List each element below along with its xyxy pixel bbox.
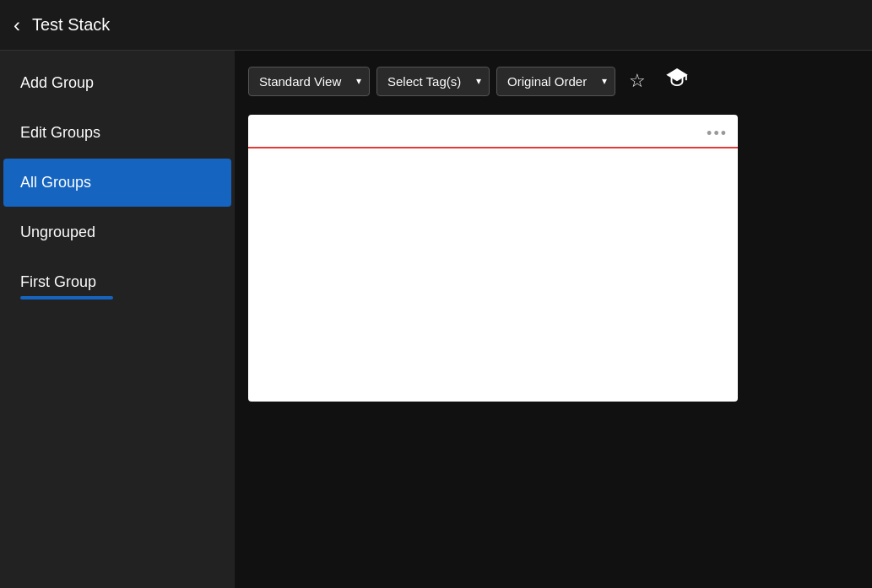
content-area: Standard View List View Grid View Select… xyxy=(235,51,872,588)
card-red-line xyxy=(248,147,738,148)
sidebar-item-ungrouped[interactable]: Ungrouped xyxy=(3,208,231,256)
back-button[interactable]: ‹ xyxy=(14,13,20,37)
card-menu-button[interactable]: ••• xyxy=(707,125,728,143)
card: ••• xyxy=(248,115,738,402)
view-select-wrapper[interactable]: Standard View List View Grid View xyxy=(248,67,370,96)
sidebar: Add Group Edit Groups All Groups Ungroup… xyxy=(0,51,235,588)
svg-marker-0 xyxy=(668,69,686,80)
star-button[interactable]: ☆ xyxy=(622,67,653,95)
learn-icon xyxy=(666,67,688,94)
toolbar: Standard View List View Grid View Select… xyxy=(248,64,858,98)
order-select[interactable]: Original Order Alphabetical Date Added xyxy=(496,67,615,96)
tag-select-wrapper[interactable]: Select Tag(s) Tag 1 Tag 2 xyxy=(376,67,490,96)
sidebar-item-edit-groups[interactable]: Edit Groups xyxy=(3,109,231,157)
main-layout: Add Group Edit Groups All Groups Ungroup… xyxy=(0,51,872,588)
star-icon: ☆ xyxy=(629,70,646,92)
tag-select[interactable]: Select Tag(s) Tag 1 Tag 2 xyxy=(376,67,490,96)
order-select-wrapper[interactable]: Original Order Alphabetical Date Added xyxy=(496,67,615,96)
view-select[interactable]: Standard View List View Grid View xyxy=(248,67,370,96)
learn-button[interactable] xyxy=(659,64,695,98)
header-title: Test Stack xyxy=(32,15,110,35)
sidebar-item-first-group[interactable]: First Group xyxy=(3,258,231,315)
sidebar-item-all-groups[interactable]: All Groups xyxy=(3,159,231,207)
header: ‹ Test Stack xyxy=(0,0,872,51)
group-indicator xyxy=(20,296,113,299)
sidebar-item-add-group[interactable]: Add Group xyxy=(3,59,231,107)
